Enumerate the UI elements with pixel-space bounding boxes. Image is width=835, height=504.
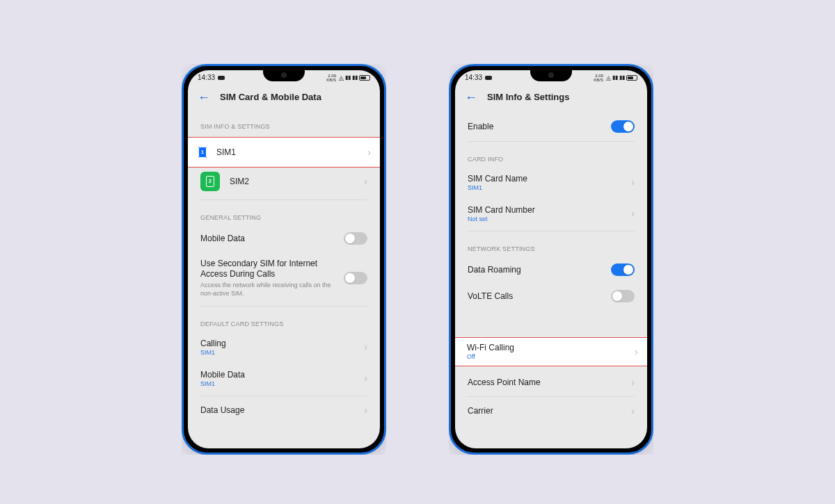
section-header-card-info: CARD INFO [455, 143, 647, 167]
row-sim-name[interactable]: SIM Card Name SIM1 › [455, 167, 647, 198]
row-wifi-calling[interactable]: Wi-Fi Calling Off › [455, 337, 647, 366]
status-time: 14:33 [465, 74, 482, 81]
section-header-default: DEFAULT CARD SETTINGS [188, 308, 380, 332]
chevron-right-icon: › [364, 405, 367, 416]
row-apn[interactable]: Access Point Name › [455, 370, 647, 395]
phone-mockup-1: 14:33 2.00KB/S ◬ ▮▮ ▮▮ ← SIM Card & Mobi… [182, 64, 386, 455]
signal-icon: ▮▮ [345, 74, 351, 81]
screen: 14:33 2.00KB/S ◬ ▮▮ ▮▮ ← SIM Info & Sett… [455, 70, 647, 448]
wifi-icon: ◬ [339, 74, 344, 81]
back-icon[interactable]: ← [465, 91, 477, 104]
signal-icon: ▮▮ [612, 74, 618, 81]
row-data-usage[interactable]: Data Usage › [188, 398, 380, 423]
section-header-network: NETWORK SETTINGS [455, 233, 647, 257]
mobile-data-toggle[interactable] [344, 232, 367, 245]
row-sim2[interactable]: 2 SIM2 › [188, 165, 380, 198]
wifi-calling-label: Wi-Fi Calling [467, 343, 635, 352]
chevron-right-icon: › [631, 177, 635, 188]
rec-icon [218, 76, 225, 80]
battery-icon [626, 75, 637, 81]
section-header-general: GENERAL SETTING [188, 202, 380, 225]
enable-toggle[interactable] [611, 120, 635, 133]
page-title: SIM Info & Settings [487, 92, 569, 102]
row-sim-number[interactable]: SIM Card Number Not set › [455, 198, 647, 229]
wifi-calling-value: Off [467, 353, 635, 360]
row-calling[interactable]: Calling SIM1 › [188, 332, 380, 363]
screen: 14:33 2.00KB/S ◬ ▮▮ ▮▮ ← SIM Card & Mobi… [188, 70, 380, 448]
wifi-icon: ◬ [606, 74, 611, 81]
chevron-right-icon: › [364, 373, 367, 384]
chevron-right-icon: › [631, 377, 635, 388]
chevron-right-icon: › [631, 405, 635, 416]
sim1-label: SIM1 [216, 147, 236, 157]
row-default-mobile-data[interactable]: Mobile Data SIM1 › [188, 363, 380, 394]
row-secondary-sim[interactable]: Use Secondary SIM for Internet Access Du… [188, 252, 380, 304]
rec-icon [485, 76, 492, 80]
back-icon[interactable]: ← [198, 91, 210, 104]
data-roaming-toggle[interactable] [611, 263, 635, 276]
sim2-label: SIM2 [230, 177, 354, 186]
sim2-icon: 2 [200, 172, 220, 191]
notch [530, 70, 572, 81]
row-data-roaming[interactable]: Data Roaming [455, 257, 647, 283]
chevron-right-icon: › [635, 346, 638, 357]
chevron-right-icon: › [631, 208, 635, 219]
notch [263, 70, 305, 81]
section-header-sim-info: SIM INFO & SETTINGS [188, 111, 380, 134]
secondary-sim-toggle[interactable] [344, 272, 367, 284]
row-mobile-data[interactable]: Mobile Data [188, 225, 380, 252]
phone-mockup-2: 14:33 2.00KB/S ◬ ▮▮ ▮▮ ← SIM Info & Sett… [449, 64, 653, 455]
row-enable[interactable]: Enable [455, 111, 647, 140]
row-volte[interactable]: VoLTE Calls [455, 283, 647, 309]
title-bar: ← SIM Info & Settings [455, 86, 647, 111]
battery-icon [359, 75, 370, 81]
status-time: 14:33 [198, 74, 215, 81]
row-sim1[interactable]: 1 SIM1 › [188, 137, 380, 168]
chevron-right-icon: › [367, 147, 371, 158]
row-carrier[interactable]: Carrier › [455, 398, 647, 423]
page-title: SIM Card & Mobile Data [220, 92, 321, 102]
title-bar: ← SIM Card & Mobile Data [188, 86, 380, 111]
chevron-right-icon: › [364, 341, 367, 352]
signal-icon-2: ▮▮ [619, 74, 625, 81]
sim1-icon: 1 [198, 147, 207, 158]
volte-toggle[interactable] [611, 290, 635, 302]
chevron-right-icon: › [364, 176, 367, 187]
signal-icon-2: ▮▮ [352, 74, 358, 81]
